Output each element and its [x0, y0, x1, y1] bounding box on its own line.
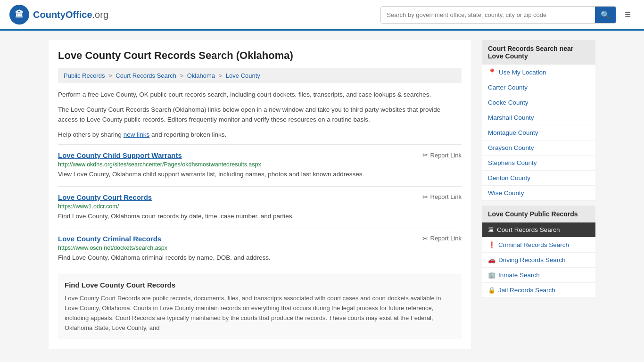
record-item: Love County Criminal Records ✂ Report Li…: [58, 228, 462, 269]
record-item: Love County Child Support Warrants ✂ Rep…: [58, 144, 462, 186]
public-record-icon-1: ❗: [488, 241, 495, 248]
nearby-header: Court Records Search near Love County: [482, 40, 595, 65]
nearby-montague-county[interactable]: Montague County: [482, 125, 595, 140]
sidebar: Court Records Search near Love County 📍 …: [482, 40, 595, 349]
nearby-cooke-county[interactable]: Cooke County: [482, 95, 595, 110]
logo-text: CountyOffice.org: [33, 9, 108, 20]
use-location-item[interactable]: 📍 Use My Location: [482, 65, 595, 80]
public-record-item-3[interactable]: 🏢 Inmate Search: [482, 268, 595, 283]
record-header: Love County Child Support Warrants ✂ Rep…: [58, 151, 462, 159]
public-record-item-4[interactable]: 🔒 Jail Records Search: [482, 283, 595, 298]
public-record-icon-4: 🔒: [488, 287, 495, 294]
nearby-wise-county[interactable]: Wise County: [482, 186, 595, 201]
breadcrumb-oklahoma[interactable]: Oklahoma: [187, 72, 215, 79]
public-record-icon-2: 🚗: [488, 256, 495, 263]
nearby-marshall-county[interactable]: Marshall County: [482, 110, 595, 125]
nearby-grayson-county[interactable]: Grayson County: [482, 140, 595, 156]
main-container: Love County Court Records Search (Oklaho…: [39, 31, 605, 358]
find-section: Find Love County Court Records Love Coun…: [58, 274, 462, 339]
record-description: Find Love County, Oklahoma court records…: [58, 212, 462, 221]
find-section-title: Find Love County Court Records: [65, 281, 455, 289]
page-title: Love County Court Records Search (Oklaho…: [58, 49, 462, 62]
public-records-list: 🏛 Court Records Search ❗ Criminal Record…: [482, 222, 595, 298]
report-link[interactable]: ✂ Report Link: [422, 235, 462, 242]
record-title[interactable]: Love County Criminal Records: [58, 235, 161, 243]
public-record-label-2: Driving Records Search: [498, 256, 566, 263]
scissors-icon: ✂: [422, 235, 428, 242]
public-records-section: Love County Public Records 🏛 Court Recor…: [482, 206, 595, 298]
search-button[interactable]: 🔍: [595, 7, 616, 23]
content-area: Love County Court Records Search (Oklaho…: [49, 40, 471, 349]
intro-paragraph-3: Help others by sharing new links and rep…: [58, 130, 462, 140]
public-record-item-0[interactable]: 🏛 Court Records Search: [482, 222, 595, 238]
breadcrumb: Public Records > Court Records Search > …: [58, 68, 462, 83]
public-record-label-4: Jail Records Search: [498, 287, 555, 294]
use-location-label: Use My Location: [499, 69, 546, 76]
public-record-icon-0: 🏛: [488, 226, 494, 233]
location-pin-icon: 📍: [488, 68, 496, 76]
public-record-icon-3: 🏢: [488, 272, 495, 279]
scissors-icon: ✂: [422, 193, 428, 201]
nearby-counties-list: 📍 Use My Location Carter County Cooke Co…: [482, 65, 595, 201]
nearby-stephens-county[interactable]: Stephens County: [482, 156, 595, 171]
logo-area: 🏛 CountyOffice.org: [9, 5, 108, 25]
record-url[interactable]: https://www.oscn.net/dockets/search.aspx: [58, 245, 462, 251]
public-record-item-2[interactable]: 🚗 Driving Records Search: [482, 253, 595, 268]
breadcrumb-court-records[interactable]: Court Records Search: [116, 72, 176, 79]
breadcrumb-public-records[interactable]: Public Records: [64, 72, 105, 79]
record-description: Find Love County, Oklahoma criminal reco…: [58, 253, 462, 263]
search-input[interactable]: [381, 8, 595, 22]
record-title[interactable]: Love County Court Records: [58, 193, 152, 201]
record-header: Love County Criminal Records ✂ Report Li…: [58, 235, 462, 243]
intro-paragraph-2: The Love County Court Records Search (Ok…: [58, 105, 462, 125]
public-records-header: Love County Public Records: [482, 206, 595, 222]
record-header: Love County Court Records ✂ Report Link: [58, 193, 462, 201]
public-record-label-1: Criminal Records Search: [498, 241, 569, 248]
record-title[interactable]: Love County Child Support Warrants: [58, 151, 182, 159]
intro-paragraph-1: Perform a free Love County, OK public co…: [58, 90, 462, 100]
use-location[interactable]: 📍 Use My Location: [482, 65, 595, 80]
nearby-carter-county[interactable]: Carter County: [482, 80, 595, 95]
report-link[interactable]: ✂ Report Link: [422, 193, 462, 201]
report-link[interactable]: ✂ Report Link: [422, 151, 462, 159]
breadcrumb-love-county[interactable]: Love County: [226, 72, 260, 79]
scissors-icon: ✂: [422, 151, 428, 159]
nearby-section: Court Records Search near Love County 📍 …: [482, 40, 595, 201]
header-right: 🔍 ≡: [380, 6, 635, 24]
new-links-link[interactable]: new links: [124, 131, 150, 138]
search-bar: 🔍: [380, 6, 616, 24]
logo-icon: 🏛: [9, 5, 29, 25]
record-description: View Love County, Oklahoma child support…: [58, 170, 462, 179]
site-header: 🏛 CountyOffice.org 🔍 ≡: [0, 0, 644, 31]
hamburger-button[interactable]: ≡: [621, 7, 635, 23]
record-url[interactable]: https://www1.odcr.com/: [58, 203, 462, 210]
record-url[interactable]: http://www.okdhs.org/sites/searchcenter/…: [58, 161, 462, 168]
public-record-label-0: Court Records Search: [497, 226, 560, 233]
find-section-description: Love County Court Records are public rec…: [65, 294, 455, 333]
record-item: Love County Court Records ✂ Report Link …: [58, 186, 462, 228]
nearby-denton-county[interactable]: Denton County: [482, 171, 595, 186]
public-record-label-3: Inmate Search: [498, 272, 540, 279]
public-record-item-1[interactable]: ❗ Criminal Records Search: [482, 238, 595, 253]
records-list: Love County Child Support Warrants ✂ Rep…: [58, 144, 462, 269]
